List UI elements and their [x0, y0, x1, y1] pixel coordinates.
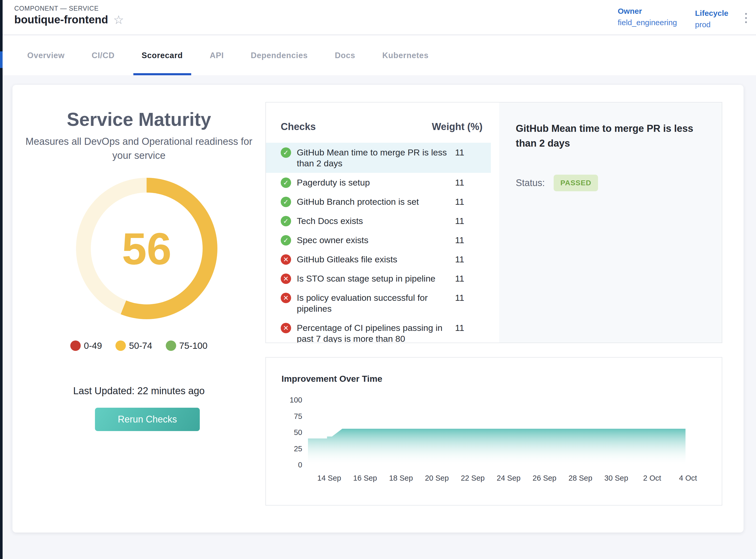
- favorite-star-icon[interactable]: ☆: [113, 14, 124, 26]
- checks-list-pane: Checks Weight (%) ✓GitHub Mean time to m…: [266, 103, 499, 342]
- kebab-menu-icon[interactable]: [743, 12, 749, 25]
- collapsed-sidebar-rail[interactable]: [0, 0, 3, 559]
- y-axis-tick: 0: [274, 461, 302, 469]
- checks-list: ✓GitHub Mean time to merge PR is less th…: [266, 143, 499, 343]
- lifecycle-value: prod: [695, 20, 728, 29]
- check-row[interactable]: ✓GitHub Branch protection is set11: [266, 192, 491, 211]
- check-weight: 11: [455, 254, 491, 265]
- check-detail-pane: GitHub Mean time to merge PR is less tha…: [499, 103, 722, 342]
- tab-overview[interactable]: Overview: [27, 36, 65, 75]
- check-weight: 11: [455, 292, 491, 303]
- check-label: GitHub Gitleaks file exists: [297, 254, 453, 265]
- check-weight: 11: [455, 322, 491, 333]
- page-title: boutique-frontend: [14, 14, 108, 26]
- x-axis-tick: 2 Oct: [643, 474, 661, 483]
- check-circle-icon: ✓: [281, 235, 291, 246]
- check-row[interactable]: ✕Percentage of CI pipelines passing in p…: [266, 318, 491, 343]
- checks-container: Checks Weight (%) ✓GitHub Mean time to m…: [266, 102, 722, 343]
- x-axis-tick: 20 Sep: [425, 474, 449, 483]
- check-label: Spec owner exists: [297, 234, 453, 246]
- legend-label: 75-100: [179, 340, 208, 351]
- last-updated-text: Last Updated: 22 minutes ago: [13, 385, 266, 397]
- check-label: GitHub Branch protection is set: [297, 196, 453, 207]
- check-row[interactable]: ✕Is policy evaluation successful for pip…: [266, 288, 491, 318]
- legend-label: 0-49: [84, 340, 102, 351]
- legend-item: 50-74: [115, 340, 152, 351]
- check-row[interactable]: ✓GitHub Mean time to merge PR is less th…: [266, 143, 491, 173]
- check-weight: 11: [455, 147, 491, 158]
- weight-column-header: Weight (%): [432, 121, 483, 132]
- x-axis-tick: 28 Sep: [568, 474, 592, 483]
- check-detail-title: GitHub Mean time to merge PR is less tha…: [516, 121, 697, 151]
- check-row[interactable]: ✓Spec owner exists11: [266, 230, 491, 250]
- maturity-donut: 56: [76, 178, 217, 319]
- check-row[interactable]: ✓Pagerduty is setup11: [266, 173, 491, 192]
- check-weight: 11: [455, 216, 491, 226]
- x-axis-tick: 4 Oct: [679, 474, 697, 483]
- maturity-score: 56: [122, 223, 171, 274]
- tab-kubernetes[interactable]: Kubernetes: [382, 36, 429, 75]
- scorecard-subtitle: Measures all DevOps and Operational read…: [18, 135, 260, 163]
- x-axis-tick: 18 Sep: [389, 474, 413, 483]
- check-row[interactable]: ✓Tech Docs exists11: [266, 211, 491, 230]
- scorecard-title: Service Maturity: [13, 109, 266, 130]
- entity-tabs: OverviewCI/CDScorecardAPIDependenciesDoc…: [3, 36, 756, 75]
- page: COMPONENT — SERVICE boutique-frontend ☆ …: [0, 0, 756, 559]
- check-row[interactable]: ✕GitHub Gitleaks file exists11: [266, 250, 491, 269]
- checks-column-header: Checks: [281, 121, 316, 132]
- tab-docs[interactable]: Docs: [335, 36, 355, 75]
- sidebar-active-indicator: [0, 51, 3, 68]
- status-badge: PASSED: [554, 175, 598, 191]
- breadcrumb: COMPONENT — SERVICE: [14, 5, 98, 12]
- y-axis-tick: 50: [274, 428, 302, 437]
- check-label: Tech Docs exists: [297, 216, 453, 226]
- x-circle-icon: ✕: [281, 273, 291, 284]
- check-weight: 11: [455, 177, 491, 188]
- y-axis-tick: 25: [274, 445, 302, 453]
- entity-header: COMPONENT — SERVICE boutique-frontend ☆ …: [3, 0, 756, 35]
- legend-dot-icon: [115, 340, 126, 351]
- x-axis-tick: 30 Sep: [604, 474, 628, 483]
- legend-dot-icon: [70, 340, 81, 351]
- check-circle-icon: ✓: [281, 197, 291, 207]
- tab-api[interactable]: API: [210, 36, 224, 75]
- legend-dot-icon: [166, 340, 176, 351]
- check-circle-icon: ✓: [281, 216, 291, 226]
- x-circle-icon: ✕: [281, 254, 291, 265]
- x-axis-tick: 14 Sep: [317, 474, 341, 483]
- improvement-area-chart: [308, 400, 689, 465]
- chart-title: Improvement Over Time: [281, 374, 383, 384]
- x-axis-tick: 26 Sep: [533, 474, 556, 483]
- check-weight: 11: [455, 234, 491, 246]
- service-maturity-panel: Service Maturity Measures all DevOps and…: [13, 85, 266, 163]
- owner-block: Owner field_engineering: [618, 7, 677, 27]
- check-label: Is STO scan stage setup in pipeline: [297, 273, 453, 284]
- content-area: Service Maturity Measures all DevOps and…: [3, 75, 756, 559]
- check-label: Pagerduty is setup: [297, 177, 453, 188]
- y-axis-tick: 75: [274, 412, 302, 421]
- scorecard-card: Service Maturity Measures all DevOps and…: [13, 85, 743, 533]
- check-weight: 11: [455, 273, 491, 284]
- check-label: Percentage of CI pipelines passing in pa…: [297, 322, 453, 343]
- legend-item: 0-49: [70, 340, 102, 351]
- x-axis-tick: 16 Sep: [353, 474, 377, 483]
- x-axis-tick: 24 Sep: [497, 474, 521, 483]
- tab-ci-cd[interactable]: CI/CD: [92, 36, 114, 75]
- tab-scorecard[interactable]: Scorecard: [142, 36, 183, 75]
- rerun-checks-button[interactable]: Rerun Checks: [95, 408, 200, 431]
- x-axis-tick: 22 Sep: [461, 474, 485, 483]
- y-axis-tick: 100: [274, 396, 302, 404]
- x-circle-icon: ✕: [281, 293, 291, 303]
- lifecycle-block: Lifecycle prod: [695, 9, 728, 29]
- status-label: Status:: [516, 178, 545, 188]
- owner-value[interactable]: field_engineering: [618, 18, 677, 27]
- check-circle-icon: ✓: [281, 178, 291, 188]
- check-row[interactable]: ✕Is STO scan stage setup in pipeline11: [266, 269, 491, 288]
- check-weight: 11: [455, 196, 491, 207]
- legend-item: 75-100: [166, 340, 208, 351]
- improvement-chart-container: Improvement Over Time 1007550250 14 Sep1…: [266, 357, 722, 506]
- check-circle-icon: ✓: [281, 148, 291, 158]
- owner-label: Owner: [618, 7, 677, 16]
- check-label: Is policy evaluation successful for pipe…: [297, 292, 453, 314]
- tab-dependencies[interactable]: Dependencies: [251, 36, 308, 75]
